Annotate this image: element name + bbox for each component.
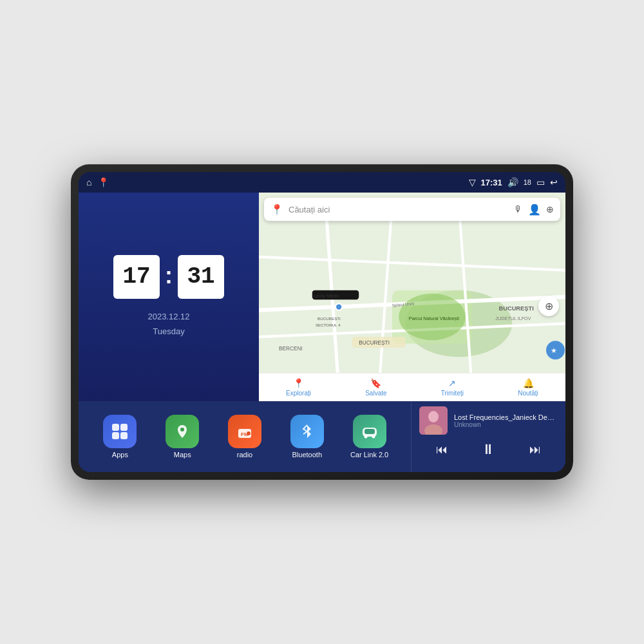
svg-rect-26	[120, 424, 128, 431]
status-time: 17:31	[481, 178, 502, 187]
clock-colon: :	[165, 262, 173, 289]
bottom-section: Apps Maps	[79, 401, 565, 472]
carlink-icon	[361, 422, 379, 440]
maps-icon-bg	[166, 415, 199, 448]
svg-rect-25	[112, 424, 119, 431]
map-tab-explore[interactable]: 📍 Explorați	[286, 378, 311, 397]
home-icon[interactable]: ⌂	[86, 177, 91, 187]
map-search-actions: 🎙 👤 ⊕	[514, 204, 554, 216]
music-album-art	[419, 406, 448, 435]
back-nav-icon[interactable]: ↩	[550, 177, 558, 187]
radio-icon: FM	[236, 422, 254, 440]
radio-icon-bg: FM	[228, 415, 261, 448]
prev-button[interactable]: ⏮	[431, 440, 453, 459]
share-label: Trimiteți	[441, 390, 464, 397]
saved-label: Salvate	[365, 390, 386, 397]
svg-point-35	[364, 435, 367, 439]
explore-label: Explorați	[286, 390, 311, 397]
map-bottom-bar: 📍 Explorați 🔖 Salvate ↗ Trimiteți 🔔	[259, 373, 565, 401]
svg-text:JUDEȚUL ILFOV: JUDEȚUL ILFOV	[495, 316, 531, 321]
maps-label: Maps	[174, 451, 191, 459]
map-panel[interactable]: BUCUREȘTI BUCUREȘTI JUDEȚUL ILFOV BERCEN…	[259, 193, 565, 401]
share-icon: ↗	[448, 378, 456, 388]
svg-point-24	[336, 303, 342, 310]
layers-icon[interactable]: ⊕	[546, 204, 554, 214]
clock-panel: 17 : 31 2023.12.12 Tuesday	[79, 193, 259, 401]
voice-search-icon[interactable]: 🎙	[514, 204, 523, 214]
news-icon: 🔔	[523, 378, 534, 388]
svg-text:SECTORUL 4: SECTORUL 4	[316, 323, 341, 327]
screen-icon: ▭	[536, 177, 545, 187]
device-screen: ⌂ 📍 ▽ 17:31 🔊 18 ▭ ↩ 17 :	[79, 172, 565, 472]
app-item-maps[interactable]: Maps	[163, 415, 202, 459]
clock-date: 2023.12.12 Tuesday	[147, 309, 189, 339]
carlink-label: Car Link 2.0	[350, 451, 388, 459]
svg-text:BERCENI: BERCENI	[279, 346, 303, 352]
apps-section: Apps Maps	[79, 401, 411, 472]
status-right: ▽ 17:31 🔊 18 ▭ ↩	[469, 177, 558, 187]
play-pause-button[interactable]: ⏸	[476, 439, 500, 460]
zoom-in-button[interactable]: ⊕	[538, 296, 559, 316]
svg-text:BUCUREȘTI: BUCUREȘTI	[317, 316, 341, 321]
svg-text:Parcul Natural Văcărești: Parcul Natural Văcărești	[409, 316, 459, 321]
day-value: Tuesday	[147, 324, 189, 339]
svg-rect-34	[365, 429, 375, 434]
svg-text:★: ★	[551, 346, 557, 354]
main-content: 17 : 31 2023.12.12 Tuesday	[79, 193, 565, 472]
profile-icon[interactable]: 👤	[528, 204, 541, 216]
svg-rect-27	[112, 432, 119, 439]
bluetooth-label: Bluetooth	[292, 451, 322, 459]
map-tab-news[interactable]: 🔔 Noutăți	[518, 378, 538, 397]
carlink-icon-bg	[353, 415, 386, 448]
app-item-radio[interactable]: FM radio	[225, 415, 264, 459]
svg-point-32	[247, 431, 251, 435]
svg-text:Leroy Merlin: Leroy Merlin	[314, 293, 339, 299]
bluetooth-icon	[298, 422, 316, 440]
date-value: 2023.12.12	[147, 309, 189, 324]
device-frame: ⌂ 📍 ▽ 17:31 🔊 18 ▭ ↩ 17 :	[71, 164, 573, 480]
volume-icon[interactable]: 🔊	[507, 177, 518, 187]
music-controls: ⏮ ⏸ ⏭	[419, 439, 558, 460]
apps-icon-bg	[103, 415, 137, 448]
top-section: 17 : 31 2023.12.12 Tuesday	[79, 193, 565, 401]
svg-text:BUCUREȘTI: BUCUREȘTI	[359, 341, 390, 346]
signal-icon: ▽	[469, 177, 476, 187]
music-section: Lost Frequencies_Janieck Devy-... Unknow…	[411, 401, 565, 472]
music-text: Lost Frequencies_Janieck Devy-... Unknow…	[454, 413, 558, 428]
bluetooth-icon-bg	[290, 415, 324, 448]
app-item-carlink[interactable]: Car Link 2.0	[350, 415, 389, 459]
music-title: Lost Frequencies_Janieck Devy-...	[454, 413, 558, 421]
explore-icon: 📍	[293, 378, 304, 388]
radio-label: radio	[237, 451, 252, 459]
maps-icon	[173, 422, 191, 440]
apps-label: Apps	[112, 451, 128, 459]
album-art-image	[419, 406, 448, 435]
app-item-apps[interactable]: Apps	[100, 415, 139, 459]
next-button[interactable]: ⏭	[524, 440, 546, 459]
battery-level: 18	[524, 178, 531, 186]
music-info: Lost Frequencies_Janieck Devy-... Unknow…	[419, 406, 558, 435]
news-label: Noutăți	[518, 390, 538, 397]
map-search-placeholder[interactable]: Căutați aici	[289, 205, 509, 214]
svg-rect-28	[120, 432, 128, 439]
music-artist: Unknown	[454, 421, 558, 428]
apps-icon	[111, 422, 129, 440]
status-bar: ⌂ 📍 ▽ 17:31 🔊 18 ▭ ↩	[79, 172, 565, 193]
svg-point-36	[372, 435, 375, 439]
map-tab-share[interactable]: ↗ Trimiteți	[441, 378, 464, 397]
clock-display: 17 : 31	[113, 255, 224, 299]
status-left: ⌂ 📍	[86, 177, 109, 187]
maps-shortcut-icon[interactable]: 📍	[98, 177, 109, 187]
map-pin-icon: 📍	[270, 204, 283, 216]
svg-text:BUCUREȘTI: BUCUREȘTI	[499, 305, 534, 312]
clock-minutes: 31	[178, 255, 224, 299]
map-search-bar[interactable]: 📍 Căutați aici 🎙 👤 ⊕	[264, 198, 560, 221]
svg-point-29	[180, 428, 184, 431]
clock-hours: 17	[113, 255, 160, 299]
svg-point-38	[428, 411, 439, 422]
app-item-bluetooth[interactable]: Bluetooth	[288, 415, 327, 459]
map-tab-saved[interactable]: 🔖 Salvate	[365, 378, 386, 397]
saved-icon: 🔖	[370, 378, 381, 388]
